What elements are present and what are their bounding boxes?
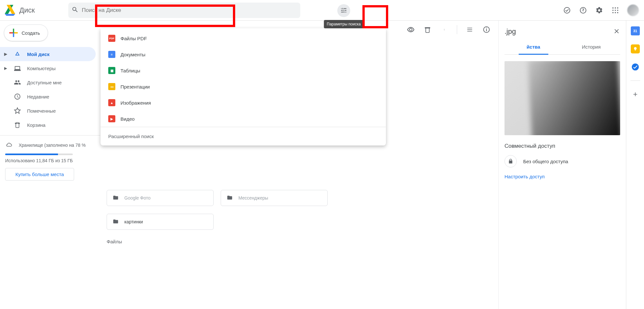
folder-chip[interactable]: картинки bbox=[107, 214, 214, 230]
create-button-label: Создать bbox=[22, 30, 40, 36]
apps-grid-icon[interactable] bbox=[611, 6, 620, 14]
search-filter-label: Изображения bbox=[120, 100, 151, 106]
sidebar-item-my-drive[interactable]: ▶ Мой диск bbox=[0, 47, 96, 61]
user-avatar[interactable] bbox=[627, 5, 639, 16]
svg-point-8 bbox=[617, 12, 619, 13]
svg-point-3 bbox=[612, 10, 614, 11]
folders-row-2: картинки bbox=[107, 214, 492, 230]
svg-point-4 bbox=[615, 10, 616, 11]
search-filter-pdf[interactable]: PDF Файлы PDF bbox=[101, 30, 386, 46]
search-region: Параметры поиска bbox=[68, 0, 563, 20]
share-status-row: Без общего доступа bbox=[505, 155, 620, 167]
svg-point-2 bbox=[617, 7, 619, 8]
search-filter-label: Файлы PDF bbox=[120, 36, 147, 41]
search-filter-video[interactable]: ▶ Видео bbox=[101, 111, 386, 127]
add-addon-icon[interactable] bbox=[631, 90, 640, 99]
search-filter-docs[interactable]: ≡ Документы bbox=[101, 46, 386, 62]
svg-point-0 bbox=[612, 7, 614, 8]
list-view-icon[interactable] bbox=[466, 25, 474, 34]
lock-icon bbox=[505, 155, 517, 167]
file-action-bar bbox=[407, 21, 498, 39]
slides-icon: ▭ bbox=[108, 83, 115, 90]
trash-icon bbox=[14, 121, 21, 128]
storage-bar bbox=[5, 154, 73, 155]
svg-point-6 bbox=[612, 12, 614, 13]
clock-icon bbox=[14, 93, 21, 100]
offline-ready-icon[interactable] bbox=[563, 6, 571, 14]
search-filter-slides[interactable]: ▭ Презентации bbox=[101, 79, 386, 95]
drive-logo-icon bbox=[4, 5, 16, 16]
svg-point-1 bbox=[615, 7, 616, 8]
pdf-icon: PDF bbox=[108, 35, 115, 42]
more-vertical-icon[interactable] bbox=[440, 25, 448, 34]
sidebar-item-label: Недавние bbox=[27, 94, 49, 99]
sidebar: Создать ▶ Мой диск ▶ Компьютеры Доступны… bbox=[0, 21, 100, 309]
folder-icon bbox=[112, 195, 119, 201]
create-button[interactable]: Создать bbox=[4, 24, 48, 41]
files-heading: Файлы bbox=[107, 239, 492, 244]
search-filter-sheets[interactable]: ▦ Таблицы bbox=[101, 62, 386, 79]
sidebar-item-computers[interactable]: ▶ Компьютеры bbox=[0, 61, 96, 75]
storage-section: Хранилище (заполнено на 78 % Использован… bbox=[0, 139, 100, 181]
tab-properties[interactable]: йства bbox=[505, 39, 562, 54]
sidebar-item-label: Доступные мне bbox=[27, 80, 62, 85]
svg-point-9 bbox=[444, 29, 445, 29]
branding[interactable]: Диск bbox=[4, 5, 68, 16]
sidebar-item-label: Компьютеры bbox=[27, 66, 55, 71]
folder-label: картинки bbox=[124, 219, 143, 224]
folder-icon bbox=[112, 219, 119, 225]
svg-rect-14 bbox=[486, 28, 487, 28]
help-icon[interactable] bbox=[579, 6, 587, 14]
search-filter-label: Таблицы bbox=[120, 68, 140, 73]
image-icon: ▲ bbox=[108, 99, 115, 106]
folder-label: Мессенджеры bbox=[238, 195, 268, 201]
my-drive-icon bbox=[14, 51, 21, 57]
sidebar-item-trash[interactable]: Корзина bbox=[0, 118, 96, 132]
calendar-app-icon[interactable]: 31 bbox=[631, 26, 640, 35]
delete-icon[interactable] bbox=[423, 25, 432, 34]
svg-point-5 bbox=[617, 10, 619, 11]
folder-chip[interactable]: Мессенджеры bbox=[221, 190, 328, 206]
storage-link[interactable]: Хранилище (заполнено на 78 % bbox=[5, 139, 95, 152]
svg-point-10 bbox=[444, 30, 445, 30]
tasks-app-icon[interactable] bbox=[631, 62, 640, 71]
file-preview bbox=[505, 61, 620, 135]
tab-label: йства bbox=[527, 44, 540, 50]
buy-storage-button[interactable]: Купить больше места bbox=[5, 168, 74, 181]
search-filter-label: Документы bbox=[120, 52, 145, 57]
svg-point-7 bbox=[615, 12, 616, 13]
star-icon bbox=[14, 107, 21, 114]
tab-history[interactable]: История bbox=[562, 39, 620, 54]
right-utility-rail: 31 bbox=[626, 21, 644, 309]
cloud-icon bbox=[5, 142, 13, 149]
svg-rect-13 bbox=[486, 29, 487, 31]
folder-chip[interactable]: Google Фото bbox=[107, 190, 214, 206]
close-details-button[interactable] bbox=[613, 28, 620, 36]
sidebar-item-starred[interactable]: Помеченные bbox=[0, 104, 96, 118]
details-tabs: йства История bbox=[505, 39, 620, 55]
info-icon[interactable] bbox=[482, 25, 491, 34]
sidebar-item-label: Мой диск bbox=[27, 52, 50, 57]
advanced-search-link[interactable]: Расширенный поиск bbox=[101, 127, 386, 145]
plus-icon bbox=[9, 29, 18, 37]
search-box[interactable] bbox=[68, 3, 300, 18]
search-options-button[interactable] bbox=[337, 4, 350, 17]
storage-used-text: Использовано 11,84 ГБ из 15 ГБ bbox=[5, 158, 95, 164]
keep-app-icon[interactable] bbox=[631, 44, 640, 53]
search-input[interactable] bbox=[82, 7, 297, 14]
sheets-icon: ▦ bbox=[108, 67, 115, 74]
search-icon bbox=[72, 6, 79, 14]
sidebar-item-label: Корзина bbox=[27, 122, 45, 128]
sidebar-item-shared[interactable]: Доступные мне bbox=[0, 75, 96, 89]
search-filter-images[interactable]: ▲ Изображения bbox=[101, 95, 386, 111]
sidebar-item-recent[interactable]: Недавние bbox=[0, 89, 96, 104]
settings-gear-icon[interactable] bbox=[595, 6, 603, 14]
share-status-text: Без общего доступа bbox=[523, 159, 568, 164]
details-file-name: .jpg bbox=[505, 27, 516, 36]
preview-eye-icon[interactable] bbox=[407, 25, 415, 34]
folder-icon bbox=[226, 195, 233, 201]
chevron-right-icon: ▶ bbox=[3, 66, 8, 70]
details-panel: .jpg йства История Совместный доступ Без… bbox=[498, 21, 626, 309]
share-configure-link[interactable]: Настроить доступ bbox=[505, 174, 620, 179]
chevron-right-icon: ▶ bbox=[3, 52, 8, 56]
